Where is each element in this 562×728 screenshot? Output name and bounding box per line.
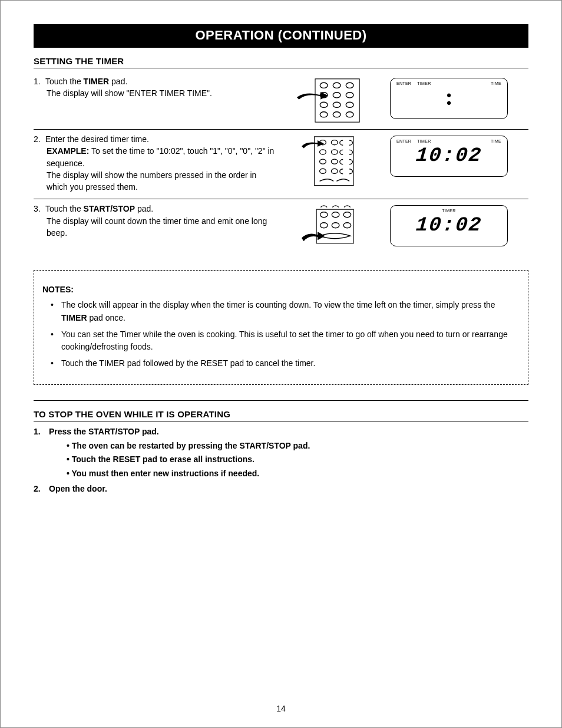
svg-point-8 bbox=[333, 102, 340, 107]
display-label-timer: TIMER bbox=[417, 81, 431, 85]
svg-point-7 bbox=[320, 102, 328, 107]
display-value: 10:02 bbox=[395, 144, 502, 167]
svg-point-12 bbox=[346, 112, 353, 117]
svg-point-6 bbox=[346, 93, 353, 98]
stop-item-text: Press the START/STOP pad. bbox=[49, 427, 159, 436]
page-number: 14 bbox=[1, 704, 561, 713]
section-divider bbox=[34, 400, 528, 401]
step-number: 1. bbox=[34, 75, 45, 87]
display-panel: TIMER 10:02 bbox=[390, 205, 508, 246]
sub-bullet: You must then enter new instructions if … bbox=[67, 467, 528, 480]
display-label-timer: TIMER bbox=[442, 209, 455, 213]
arrow-icon bbox=[297, 92, 328, 100]
step-number: 2. bbox=[34, 133, 45, 145]
notes-list: The clock will appear in the display whe… bbox=[42, 299, 520, 370]
sub-bullet-list: The oven can be restarted by pressing th… bbox=[34, 439, 528, 480]
step-text: 3.Touch the START/STOP pad. The display … bbox=[34, 203, 287, 239]
display-panel: ENTERTIMER TIME •• bbox=[390, 78, 508, 119]
svg-point-18 bbox=[320, 159, 326, 164]
svg-point-16 bbox=[320, 150, 326, 154]
step-line: Enter the desired timer time. bbox=[45, 134, 149, 144]
notes-title: NOTES: bbox=[42, 284, 520, 297]
keypad-illustration bbox=[287, 75, 369, 123]
timer-step-1: 1.Touch the TIMER pad. The display will … bbox=[34, 72, 528, 130]
timer-step-3: 3.Touch the START/STOP pad. The display … bbox=[34, 199, 528, 253]
step-line: The display will count down the timer ti… bbox=[47, 215, 275, 239]
svg-point-21 bbox=[331, 169, 338, 173]
svg-point-11 bbox=[333, 112, 340, 117]
note-item: You can set the Timer while the oven is … bbox=[53, 328, 520, 354]
svg-point-20 bbox=[320, 169, 326, 173]
step-line: The display will show the numbers presse… bbox=[47, 169, 275, 193]
step-text: 1.Touch the TIMER pad. The display will … bbox=[34, 75, 287, 100]
page-header-bar: OPERATION (CONTINUED) bbox=[34, 24, 528, 48]
svg-point-9 bbox=[346, 102, 353, 107]
display-value: •• bbox=[396, 91, 501, 107]
step-line: EXAMPLE: To set the time to "10:02", tou… bbox=[47, 145, 275, 169]
svg-point-27 bbox=[343, 223, 351, 228]
display-label-enter: ENTER bbox=[396, 139, 411, 143]
stop-item-text: Open the door. bbox=[49, 484, 107, 493]
step-line: Touch the START/STOP pad. bbox=[45, 204, 153, 213]
keypad-illustration bbox=[287, 133, 369, 189]
section-setting-timer-title: SETTING THE TIMER bbox=[34, 56, 528, 68]
svg-point-3 bbox=[346, 83, 353, 88]
svg-point-15 bbox=[331, 140, 338, 145]
stop-item: 1.Press the START/STOP pad. The oven can… bbox=[34, 425, 528, 480]
keypad-icon bbox=[296, 78, 361, 123]
step-text: 2.Enter the desired timer time. EXAMPLE:… bbox=[34, 133, 287, 193]
section-stop-oven-title: TO STOP THE OVEN WHILE IT IS OPERATING bbox=[34, 409, 528, 421]
note-item: Touch the TIMER pad followed by the RESE… bbox=[53, 357, 520, 370]
step-line: The display will show "ENTER TIMER TIME"… bbox=[47, 87, 275, 99]
sub-bullet: Touch the RESET pad to erase all instruc… bbox=[67, 453, 528, 466]
display-label-enter: ENTER bbox=[396, 81, 411, 85]
step-line: Touch the TIMER pad. bbox=[45, 77, 127, 86]
svg-point-26 bbox=[332, 223, 339, 228]
keypad-illustration bbox=[287, 203, 369, 248]
step-number: 1. bbox=[34, 425, 49, 438]
arrow-icon bbox=[302, 232, 325, 241]
stop-item: 2.Open the door. bbox=[34, 482, 528, 495]
manual-page: OPERATION (CONTINUED) SETTING THE TIMER … bbox=[0, 0, 562, 728]
svg-point-25 bbox=[320, 223, 328, 228]
timer-step-2: 2.Enter the desired timer time. EXAMPLE:… bbox=[34, 130, 528, 199]
keypad-icon bbox=[302, 136, 355, 189]
display-panel: ENTERTIMER TIME 10:02 bbox=[390, 136, 508, 177]
step-number: 3. bbox=[34, 203, 45, 215]
step-number: 2. bbox=[34, 482, 49, 495]
svg-point-24 bbox=[343, 212, 351, 218]
svg-point-10 bbox=[320, 112, 328, 117]
svg-point-17 bbox=[331, 150, 338, 154]
note-item: The clock will appear in the display whe… bbox=[53, 299, 520, 324]
arrow-icon bbox=[302, 140, 324, 149]
display-label-timer: TIMER bbox=[417, 139, 431, 143]
svg-point-2 bbox=[333, 83, 340, 88]
display-label-time: TIME bbox=[491, 81, 501, 85]
notes-box: NOTES: The clock will appear in the disp… bbox=[34, 270, 528, 384]
stop-section: 1.Press the START/STOP pad. The oven can… bbox=[34, 425, 528, 496]
svg-point-1 bbox=[320, 83, 328, 88]
sub-bullet: The oven can be restarted by pressing th… bbox=[67, 439, 528, 452]
display-label-time: TIME bbox=[491, 139, 501, 143]
display-value: 10:02 bbox=[395, 214, 502, 236]
svg-point-22 bbox=[320, 212, 328, 218]
svg-point-23 bbox=[332, 212, 339, 218]
svg-point-5 bbox=[333, 93, 340, 98]
keypad-icon bbox=[302, 205, 355, 248]
svg-point-19 bbox=[331, 159, 338, 164]
